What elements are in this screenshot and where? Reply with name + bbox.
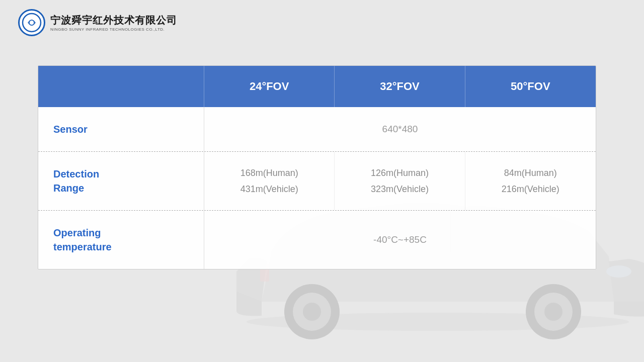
svg-point-10	[606, 265, 631, 278]
operating-temp-row: Operatingtemperature -40°C~+85C	[38, 210, 596, 269]
logo-chinese-name: 宁波舜宇红外技术有限公司	[50, 14, 177, 27]
detection-range-label: DetectionRange	[38, 152, 204, 210]
logo-english-name: NINGBO SUNNY INFRARED TECHNOLOGIES CO.,L…	[50, 27, 177, 32]
svg-point-1	[29, 20, 34, 25]
detection-fov24-value: 168m(Human) 431m(Vehicle)	[204, 152, 335, 210]
sensor-label: Sensor	[38, 107, 204, 151]
svg-point-9	[544, 303, 562, 321]
logo-area: 宁波舜宇红外技术有限公司 NINGBO SUNNY INFRARED TECHN…	[18, 9, 177, 36]
sensor-value: 640*480	[204, 107, 596, 151]
operating-temp-value: -40°C~+85C	[204, 211, 596, 269]
detection-fov32-value: 126m(Human) 323m(Vehicle)	[335, 152, 465, 210]
sensor-row: Sensor 640*480	[38, 107, 596, 151]
header-fov24: 24°FOV	[204, 66, 335, 107]
svg-point-6	[303, 303, 321, 321]
operating-temp-label: Operatingtemperature	[38, 211, 204, 269]
logo-text: 宁波舜宇红外技术有限公司 NINGBO SUNNY INFRARED TECHN…	[50, 14, 177, 32]
table-header: 24°FOV 32°FOV 50°FOV	[38, 66, 596, 107]
header-fov50: 50°FOV	[465, 66, 596, 107]
detection-range-row: DetectionRange 168m(Human) 431m(Vehicle)…	[38, 151, 596, 210]
header-col0	[38, 66, 204, 107]
header-fov32: 32°FOV	[335, 66, 465, 107]
spec-table: 24°FOV 32°FOV 50°FOV Sensor 640*480 Dete…	[38, 65, 596, 269]
logo-icon	[18, 9, 45, 36]
detection-fov50-value: 84m(Human) 216m(Vehicle)	[465, 152, 596, 210]
